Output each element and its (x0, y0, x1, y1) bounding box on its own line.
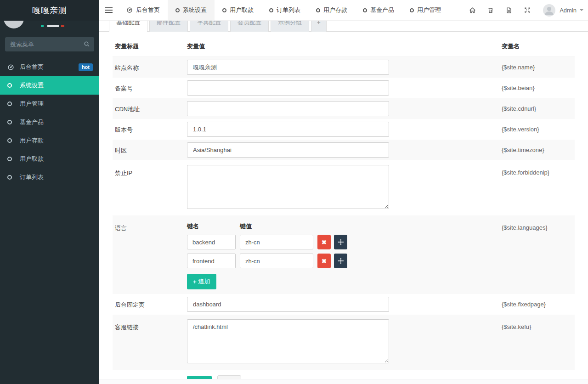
cdnurl-input[interactable] (187, 101, 389, 116)
sidebar-item-order-list[interactable]: 订单列表 (0, 168, 99, 186)
settings-form: 变量标题 变量值 变量名 站点名称 {$site.name} 备案号 {$sit… (99, 32, 588, 379)
dashboard-icon (7, 64, 20, 71)
language-value-input[interactable] (240, 235, 313, 249)
add-tab-button[interactable]: + (311, 21, 327, 32)
col-header-value: 变量值 (187, 42, 502, 51)
plus-icon: + (193, 278, 197, 285)
sidebar-user-panel (0, 21, 99, 32)
top-tab-user-management[interactable]: 用户管理 (402, 0, 449, 20)
top-tab-fund-products[interactable]: 基金产品 (355, 0, 402, 20)
tab-basic-config[interactable]: 基础配置 (109, 21, 147, 32)
sidebar-item-label: 订单列表 (20, 173, 44, 181)
circle-icon (410, 8, 414, 12)
top-tab-label: 用户管理 (417, 6, 441, 14)
tab-example-group[interactable]: 示例分组 (271, 21, 309, 32)
search-icon[interactable] (84, 41, 90, 47)
top-tab-order-list[interactable]: 订单列表 (261, 0, 308, 20)
language-pair-row: ✖ (187, 254, 502, 268)
tab-dictionary-config[interactable]: 字典配置 (190, 21, 228, 32)
sidebar-item-label: 用户取款 (20, 155, 44, 163)
row-variable-name: {$site.beian} (502, 80, 572, 96)
language-value-input[interactable] (240, 254, 313, 268)
circle-icon (7, 138, 20, 143)
top-tab-dashboard[interactable]: 后台首页 (119, 0, 168, 20)
top-tab-label: 后台首页 (136, 6, 160, 14)
admin-username[interactable]: Admin (560, 7, 577, 14)
top-header: 后台首页 系统设置 用户取款 订单列表 用户存款 (99, 0, 588, 21)
user-flag-mark (61, 25, 64, 27)
top-tab-user-deposits[interactable]: 用户存款 (308, 0, 355, 20)
sidebar-item-label: 后台首页 (20, 63, 44, 71)
tab-member-config[interactable]: 会员配置 (230, 21, 269, 32)
footer-strip (99, 379, 588, 384)
top-tabs: 后台首页 系统设置 用户取款 订单列表 用户存款 (119, 0, 449, 20)
kefu-textarea[interactable]: /chatlink.html (187, 319, 389, 363)
delete-pair-button[interactable]: ✖ (317, 254, 331, 268)
reset-button[interactable]: 重置 (217, 375, 241, 379)
row-variable-name: {$site.version} (502, 122, 572, 137)
sidebar-item-user-withdrawals[interactable]: 用户取款 (0, 150, 99, 168)
move-pair-button[interactable] (334, 235, 347, 249)
form-row-version: 版本号 {$site.version} (113, 119, 575, 140)
top-tab-user-withdrawals[interactable]: 用户取款 (215, 0, 261, 20)
row-variable-name: {$site.name} (502, 60, 572, 75)
tab-mail-config[interactable]: 邮件配置 (149, 21, 188, 32)
delete-pair-button[interactable]: ✖ (317, 235, 331, 249)
hot-badge: hot (79, 63, 93, 71)
avatar[interactable] (543, 4, 555, 17)
sidebar-item-dashboard[interactable]: 后台首页 hot (0, 58, 99, 76)
sidebar-item-user-deposits[interactable]: 用户存款 (0, 131, 99, 150)
form-row-languages: 语言 键名 键值 ✖ (113, 215, 575, 294)
version-input[interactable] (187, 122, 389, 137)
circle-icon (7, 83, 20, 88)
header-tools: Admin (463, 0, 588, 20)
sidebar-item-user-management[interactable]: 用户管理 (0, 95, 99, 113)
app-window: 嘎嘎亲测 后台首页 hot (0, 0, 588, 384)
sidebar-item-label: 基金产品 (20, 118, 44, 126)
form-row-timezone: 时区 {$site.timezone} (113, 140, 575, 160)
hamburger-icon[interactable] (99, 0, 119, 20)
sidebar-item-system-settings[interactable]: 系统设置 (0, 76, 99, 95)
forbiddenip-textarea[interactable] (187, 165, 389, 209)
row-variable-name: {$site.timezone} (502, 142, 572, 158)
sidebar-item-fund-products[interactable]: 基金产品 (0, 113, 99, 131)
submit-row: 确定 重置 (113, 370, 575, 379)
form-row-cdnurl: CDN地址 {$site.cdnurl} (113, 98, 575, 119)
chevron-down-icon[interactable] (580, 9, 583, 11)
move-pair-button[interactable] (334, 254, 347, 268)
home-icon[interactable] (463, 0, 481, 21)
site-name-input[interactable] (187, 60, 389, 75)
fixedpage-input[interactable] (187, 297, 389, 312)
form-header-row: 变量标题 变量值 变量名 (113, 38, 575, 57)
circle-icon (363, 8, 367, 12)
circle-icon (7, 175, 20, 180)
sidebar-item-label: 用户存款 (20, 136, 44, 145)
search-input[interactable] (5, 37, 94, 51)
append-pair-button[interactable]: + 追加 (187, 274, 216, 289)
app-logo[interactable]: 嘎嘎亲测 (0, 0, 99, 21)
top-tab-label: 用户存款 (323, 6, 347, 14)
circle-icon (222, 8, 226, 12)
circle-icon (7, 157, 20, 161)
row-title: 语言 (115, 220, 187, 289)
top-tab-system-settings[interactable]: 系统设置 (168, 0, 215, 20)
language-key-input[interactable] (187, 235, 236, 249)
form-row-site-name: 站点名称 {$site.name} (113, 57, 575, 78)
sidebar-item-label: 用户管理 (20, 100, 44, 108)
beian-input[interactable] (187, 80, 389, 96)
language-key-input[interactable] (187, 254, 236, 268)
circle-icon (316, 8, 320, 12)
language-editor: 键名 键值 ✖ (187, 220, 502, 289)
cache-icon[interactable] (500, 0, 518, 21)
language-pair-row: ✖ (187, 235, 502, 249)
fullscreen-icon[interactable] (518, 0, 537, 21)
submit-button[interactable]: 确定 (187, 376, 212, 379)
row-title: 禁止IP (115, 165, 187, 211)
form-row-fixedpage: 后台固定页 {$site.fixedpage} (113, 294, 575, 315)
value-header: 键值 (240, 222, 252, 231)
top-tab-label: 基金产品 (370, 6, 394, 14)
trash-icon[interactable] (481, 0, 500, 21)
form-row-kefu: 客服链接 /chatlink.html {$site.kefu} (113, 315, 575, 370)
timezone-input[interactable] (187, 142, 389, 158)
row-title: 客服链接 (115, 319, 187, 365)
